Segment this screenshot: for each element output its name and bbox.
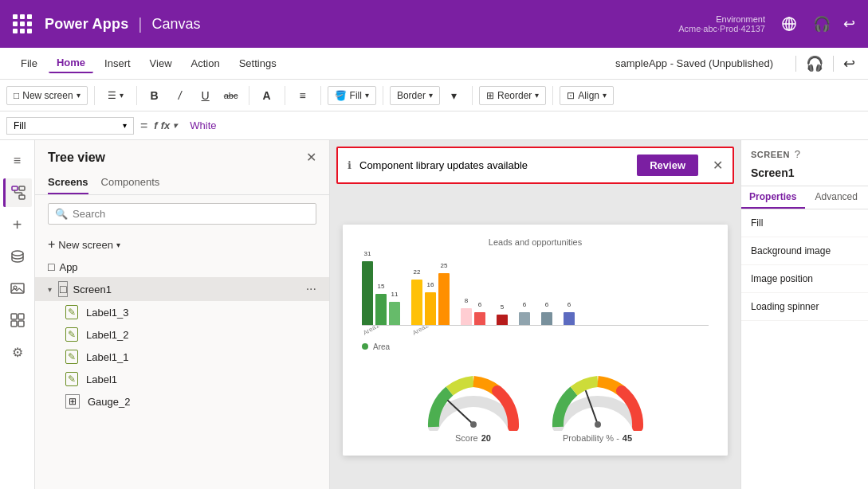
gauge1-value: 20 bbox=[481, 433, 491, 443]
chart-legend: Area bbox=[355, 339, 715, 354]
tree-item-label1-3[interactable]: ✎ Label1_3 bbox=[35, 301, 329, 323]
svg-point-20 bbox=[595, 421, 601, 428]
menu-action[interactable]: Action bbox=[183, 54, 228, 72]
tab-advanced[interactable]: Advanced bbox=[805, 186, 869, 209]
svg-rect-6 bbox=[19, 195, 25, 199]
headset-icon[interactable]: 🎧 bbox=[806, 55, 823, 72]
prop-background-image: Background image bbox=[741, 237, 868, 265]
tree-item-gauge2[interactable]: ⊞ Gauge_2 bbox=[35, 390, 329, 413]
review-button[interactable]: Review bbox=[637, 155, 698, 176]
label-icon: ✎ bbox=[65, 350, 78, 364]
menubar: File Home Insert View Action Settings sa… bbox=[0, 48, 868, 80]
align-button[interactable]: ≡ bbox=[292, 84, 314, 107]
globe-icon[interactable] bbox=[778, 13, 800, 35]
undo-menu-icon[interactable]: ↩ bbox=[843, 55, 855, 72]
chart-area: Leads and opportunities 31 bbox=[343, 225, 728, 361]
new-screen-chevron: ▾ bbox=[77, 91, 81, 100]
svg-rect-13 bbox=[11, 314, 17, 319]
menu-settings[interactable]: Settings bbox=[231, 54, 285, 72]
media-icon[interactable] bbox=[3, 274, 32, 303]
menu-toggle-icon[interactable]: ≡ bbox=[3, 147, 32, 175]
menu-view[interactable]: View bbox=[142, 54, 180, 72]
fill-button[interactable]: 🪣 Fill ▾ bbox=[328, 86, 376, 105]
screen-icon: □ bbox=[58, 281, 68, 297]
tab-components[interactable]: Components bbox=[101, 171, 160, 194]
environment-label: Environment bbox=[678, 14, 765, 24]
tools-icon[interactable]: ⚙ bbox=[3, 338, 32, 366]
new-screen-button[interactable]: + New screen ▾ bbox=[35, 233, 329, 256]
label1-3-text: Label1_3 bbox=[86, 307, 129, 319]
legend-color bbox=[362, 343, 368, 350]
divider2 bbox=[833, 56, 834, 72]
style-selector[interactable]: ☰ ▾ bbox=[101, 87, 130, 104]
gauge-area: Score 20 bbox=[343, 361, 728, 456]
down-arrow-button[interactable]: ▾ bbox=[443, 84, 465, 107]
fill-label: Fill bbox=[350, 90, 362, 101]
align-chevron: ▾ bbox=[603, 91, 607, 100]
panel-header: Tree view ✕ bbox=[35, 140, 329, 171]
prop-loading-spinner: Loading spinner bbox=[741, 293, 868, 321]
component-icon[interactable] bbox=[3, 306, 32, 334]
bold-button[interactable]: B bbox=[143, 84, 166, 107]
font-color-button[interactable]: A bbox=[256, 84, 278, 107]
formula-property-label: Fill bbox=[14, 120, 26, 131]
toolbar: □ New screen ▾ ☰ ▾ B / U abc A ≡ 🪣 Fill … bbox=[0, 80, 868, 111]
gauge2-text: Gauge_2 bbox=[88, 396, 131, 408]
tab-properties[interactable]: Properties bbox=[741, 186, 805, 209]
data-icon[interactable] bbox=[3, 242, 32, 271]
formula-fx[interactable]: f fx ▾ bbox=[154, 119, 177, 131]
left-icon-bar: ≡ + bbox=[0, 140, 35, 489]
formula-equals: = bbox=[140, 119, 147, 133]
svg-rect-16 bbox=[18, 321, 24, 327]
support-icon[interactable]: 🎧 bbox=[813, 15, 831, 33]
tab-screens[interactable]: Screens bbox=[48, 171, 88, 194]
tree-item-app[interactable]: □ App bbox=[35, 256, 329, 277]
align-button2[interactable]: ⊡ Align ▾ bbox=[560, 86, 614, 105]
toolbar-divider-1 bbox=[94, 86, 95, 105]
right-panel-tabs: Properties Advanced bbox=[741, 186, 868, 209]
tree-item-label1-1[interactable]: ✎ Label1_1 bbox=[35, 346, 329, 368]
tree-item-screen1[interactable]: ▾ □ Screen1 ··· bbox=[35, 277, 329, 301]
help-icon[interactable]: ? bbox=[795, 148, 800, 160]
reorder-button[interactable]: ⊞ Reorder ▾ bbox=[479, 86, 546, 105]
strikethrough-button[interactable]: abc bbox=[220, 84, 242, 107]
panel-close-button[interactable]: ✕ bbox=[306, 150, 316, 165]
chevron-down-icon: ▾ bbox=[120, 91, 124, 100]
label-icon: ✎ bbox=[65, 372, 78, 386]
label-icon: ✎ bbox=[65, 327, 78, 342]
tree-item-label1[interactable]: ✎ Label1 bbox=[35, 368, 329, 390]
toolbar-divider-3 bbox=[249, 86, 249, 105]
add-control-icon[interactable]: + bbox=[3, 210, 32, 239]
app-launcher[interactable] bbox=[13, 14, 32, 33]
undo-icon[interactable]: ↩ bbox=[843, 15, 855, 33]
prop-fill: Fill bbox=[741, 209, 868, 237]
new-screen-button[interactable]: □ New screen ▾ bbox=[6, 86, 88, 105]
topbar-right: Environment Acme·abc·Prod·42137 🎧 ↩ bbox=[678, 13, 855, 35]
notification-close-button[interactable]: ✕ bbox=[713, 158, 723, 173]
label1-text: Label1 bbox=[86, 374, 117, 385]
fx-chevron: ▾ bbox=[173, 121, 177, 130]
canvas-label: Canvas bbox=[152, 16, 201, 33]
app-status: sampleApp - Saved (Unpublished) bbox=[615, 57, 773, 69]
svg-point-10 bbox=[12, 251, 23, 256]
italic-button[interactable]: / bbox=[169, 84, 191, 107]
svg-rect-5 bbox=[19, 186, 25, 190]
search-input[interactable] bbox=[73, 208, 309, 220]
fill-icon: 🪣 bbox=[335, 90, 347, 101]
topbar: Power Apps | Canvas Environment Acme·abc… bbox=[0, 0, 868, 48]
screen1-more-button[interactable]: ··· bbox=[306, 282, 316, 296]
tree-item-label1-2[interactable]: ✎ Label1_2 bbox=[35, 323, 329, 346]
menu-insert[interactable]: Insert bbox=[96, 54, 139, 72]
border-button[interactable]: Border ▾ bbox=[390, 86, 440, 105]
underline-button[interactable]: U bbox=[194, 84, 217, 107]
formula-property-selector[interactable]: Fill ▾ bbox=[6, 117, 134, 135]
tree-view-icon[interactable] bbox=[3, 178, 32, 207]
border-label: Border bbox=[397, 90, 426, 101]
menu-home[interactable]: Home bbox=[49, 53, 93, 73]
formula-value[interactable]: White bbox=[190, 119, 862, 131]
formula-property-chevron: ▾ bbox=[123, 121, 127, 130]
svg-rect-15 bbox=[11, 321, 17, 327]
menu-file[interactable]: File bbox=[13, 54, 45, 72]
right-panel: SCREEN ? Screen1 Properties Advanced Fil… bbox=[740, 140, 868, 489]
new-screen-label: New screen bbox=[22, 90, 73, 101]
